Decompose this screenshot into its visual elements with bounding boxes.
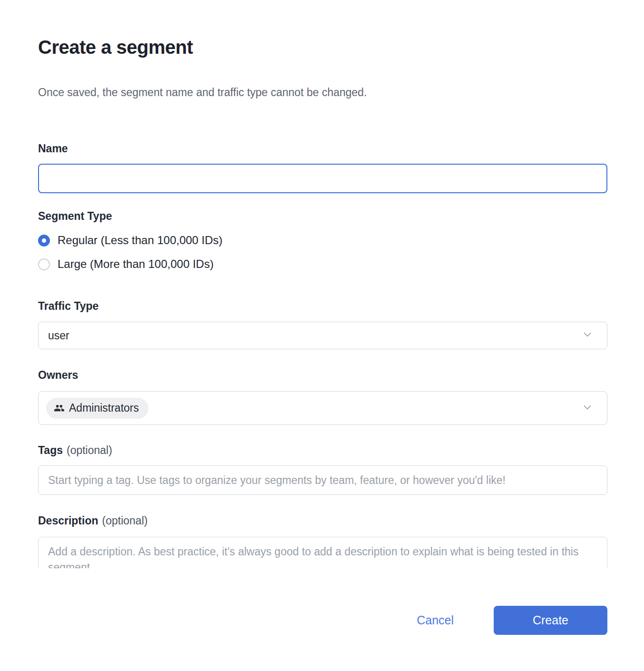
people-icon (54, 403, 65, 414)
owners-label: Owners (38, 368, 607, 382)
dialog-subtitle: Once saved, the segment name and traffic… (38, 85, 607, 100)
owners-field: Owners Administrators (38, 368, 607, 425)
radio-option-regular[interactable]: Regular (Less than 100,000 IDs) (38, 228, 607, 252)
chevron-down-icon (581, 401, 594, 415)
owner-chip-administrators[interactable]: Administrators (46, 398, 148, 419)
owner-chip-label: Administrators (69, 402, 139, 414)
cancel-button[interactable]: Cancel (417, 613, 454, 627)
radio-selected-icon[interactable] (38, 235, 50, 247)
create-button[interactable]: Create (494, 606, 607, 635)
radio-option-large[interactable]: Large (More than 100,000 IDs) (38, 252, 607, 276)
dialog-footer: Cancel Create (38, 606, 607, 635)
create-segment-dialog: Create a segment Once saved, the segment… (0, 0, 644, 635)
chevron-down-icon (581, 328, 594, 343)
radio-unselected-icon[interactable] (38, 258, 50, 270)
tags-label: Tags(optional) (38, 444, 607, 457)
radio-option-label: Regular (Less than 100,000 IDs) (58, 234, 223, 247)
name-label: Name (38, 142, 607, 155)
segment-type-label: Segment Type (38, 209, 607, 223)
tags-optional-suffix: (optional) (67, 444, 112, 456)
description-label: Description(optional) (38, 514, 607, 527)
segment-type-radio-group: Regular (Less than 100,000 IDs) Large (M… (38, 228, 607, 276)
segment-type-field: Segment Type Regular (Less than 100,000 … (38, 209, 607, 276)
owners-select[interactable]: Administrators (38, 391, 607, 425)
traffic-type-label: Traffic Type (38, 299, 607, 313)
traffic-type-field: Traffic Type user (38, 299, 607, 349)
page-title: Create a segment (38, 36, 607, 58)
radio-option-label: Large (More than 100,000 IDs) (58, 257, 214, 271)
description-textarea[interactable] (38, 537, 607, 568)
traffic-type-select[interactable]: user (38, 322, 607, 349)
description-clip-region (38, 537, 607, 568)
description-field: Description(optional) (38, 514, 607, 568)
traffic-type-value: user (48, 329, 581, 342)
tags-input[interactable] (38, 465, 607, 495)
description-optional-suffix: (optional) (102, 514, 148, 527)
name-input[interactable] (38, 164, 607, 193)
name-field: Name (38, 142, 607, 193)
tags-field: Tags(optional) (38, 444, 607, 495)
